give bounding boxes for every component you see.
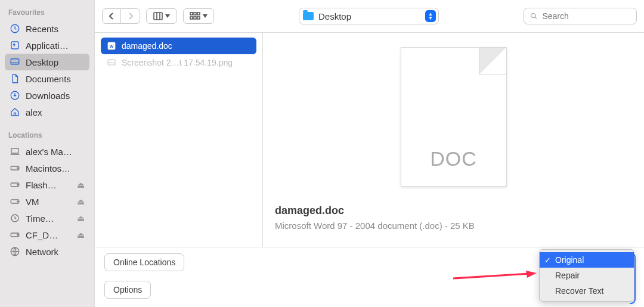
forward-button[interactable]: [121, 8, 140, 24]
sidebar-item-home[interactable]: alex: [5, 104, 89, 120]
path-selector[interactable]: Desktop ▲▼: [299, 8, 439, 24]
svg-point-10: [17, 201, 18, 202]
svg-rect-26: [108, 60, 115, 65]
sidebar-item-label: Network: [26, 247, 58, 257]
svg-rect-20: [194, 17, 196, 19]
chevron-down-icon: [203, 14, 208, 18]
file-row[interactable]: Screenshot 2…t 17.54.19.png: [101, 54, 256, 71]
sidebar-item-recents[interactable]: Recents: [5, 20, 89, 37]
sidebar-item-label: Macintos…: [26, 163, 70, 173]
file-extension-label: DOC: [401, 147, 506, 170]
disk-icon: [10, 163, 20, 173]
image-file-icon: [107, 58, 116, 67]
sidebar-item-label: Time…: [26, 213, 54, 224]
svg-rect-2: [11, 59, 19, 64]
sidebar-item-label: Downloads: [26, 91, 70, 101]
online-locations-button[interactable]: Online Locations: [104, 253, 184, 271]
menu-item-label: Repair: [555, 271, 580, 280]
downloads-icon: [10, 90, 20, 101]
home-icon: [10, 107, 20, 117]
sidebar-item-label: alex: [26, 107, 42, 117]
disk-icon: [10, 179, 20, 190]
open-mode-menu[interactable]: Original Repair Recover Text: [539, 249, 634, 302]
sidebar-item-label: CF_D…: [26, 230, 58, 240]
sidebar-item-downloads[interactable]: Downloads: [5, 87, 89, 104]
sidebar-item-computer[interactable]: alex's Ma…: [5, 143, 89, 160]
eject-icon[interactable]: ⏏: [77, 180, 85, 190]
svg-point-13: [17, 234, 18, 235]
document-preview-icon: DOC: [401, 47, 507, 187]
sidebar-item-applications[interactable]: Applicati…: [5, 37, 89, 54]
main-pane: Desktop ▲▼ W damaged.doc Screenshot 2…t …: [94, 0, 644, 307]
search-field[interactable]: [524, 8, 637, 24]
sidebar-item-label: Recents: [26, 24, 58, 34]
preview-pane: DOC damaged.doc Microsoft Word 97 - 2004…: [263, 33, 644, 247]
file-name: Screenshot 2…t 17.54.19.png: [122, 58, 233, 67]
file-metadata: damaged.doc Microsoft Word 97 - 2004 doc…: [275, 204, 644, 231]
svg-point-22: [531, 13, 535, 17]
toolbar: Desktop ▲▼: [95, 0, 644, 33]
time-machine-icon: [10, 213, 20, 224]
sidebar-item-cfd[interactable]: CF_D… ⏏: [5, 227, 89, 243]
sidebar-item-macintosh-hd[interactable]: Macintos…: [5, 160, 89, 176]
eject-icon[interactable]: ⏏: [77, 197, 85, 206]
menu-item-original[interactable]: Original: [540, 252, 634, 268]
preview-subtitle: Microsoft Word 97 - 2004 document (.doc)…: [275, 221, 644, 231]
sidebar-item-documents[interactable]: Documents: [5, 70, 89, 87]
svg-point-6: [17, 168, 18, 169]
path-label: Desktop: [318, 11, 351, 21]
sidebar-header-favourites: Favourites: [5, 6, 89, 20]
view-mode-button[interactable]: [146, 8, 177, 24]
sidebar-item-flash[interactable]: Flash… ⏏: [5, 176, 89, 193]
back-button[interactable]: [102, 8, 121, 24]
path-updown-icon: ▲▼: [425, 10, 436, 22]
sidebar-item-vm[interactable]: VM ⏏: [5, 193, 89, 210]
svg-text:W: W: [110, 44, 114, 49]
disk-icon: [10, 230, 20, 240]
clock-icon: [10, 23, 20, 34]
word-doc-icon: W: [107, 41, 116, 51]
sidebar-item-label: Flash…: [26, 180, 57, 190]
svg-rect-21: [197, 17, 200, 19]
desktop-icon: [10, 57, 20, 67]
sidebar-item-label: Desktop: [26, 57, 58, 67]
sidebar-item-timemachine[interactable]: Time… ⏏: [5, 210, 89, 227]
disk-icon: [10, 196, 20, 207]
sidebar-item-label: VM: [26, 197, 39, 207]
menu-item-recover-text[interactable]: Recover Text: [540, 283, 634, 299]
svg-rect-15: [154, 13, 162, 20]
sidebar-header-locations: Locations: [5, 129, 89, 143]
svg-rect-18: [197, 13, 200, 15]
file-list-column: W damaged.doc Screenshot 2…t 17.54.19.pn…: [95, 33, 263, 247]
svg-rect-17: [194, 13, 196, 15]
nav-buttons: [102, 8, 140, 24]
sidebar-item-network[interactable]: Network: [5, 243, 89, 260]
chevron-down-icon: [165, 14, 170, 18]
eject-icon[interactable]: ⏏: [77, 213, 85, 223]
eject-icon[interactable]: ⏏: [77, 230, 85, 240]
columns-icon: [153, 12, 163, 20]
preview-filename: damaged.doc: [275, 204, 644, 217]
svg-rect-4: [11, 148, 18, 153]
search-input[interactable]: [541, 11, 630, 21]
body: W damaged.doc Screenshot 2…t 17.54.19.pn…: [95, 33, 644, 247]
menu-item-label: Original: [555, 255, 584, 265]
sidebar: Favourites Recents Applicati… Desktop Do…: [0, 0, 94, 307]
document-icon: [10, 73, 20, 84]
file-row[interactable]: W damaged.doc: [101, 38, 256, 54]
options-button[interactable]: Options: [104, 281, 151, 299]
group-button[interactable]: [183, 8, 214, 24]
finder-open-dialog: Favourites Recents Applicati… Desktop Do…: [0, 0, 644, 307]
menu-item-label: Recover Text: [555, 286, 603, 296]
svg-rect-16: [190, 13, 193, 15]
menu-item-repair[interactable]: Repair: [540, 268, 634, 283]
svg-point-8: [17, 184, 18, 185]
page-fold-icon: [479, 48, 506, 75]
sidebar-item-desktop[interactable]: Desktop: [5, 54, 89, 70]
sidebar-item-label: alex's Ma…: [26, 147, 72, 157]
sidebar-item-label: Applicati…: [26, 41, 69, 51]
network-icon: [10, 246, 20, 257]
svg-rect-19: [190, 17, 193, 19]
grid-icon: [190, 12, 200, 20]
applications-icon: [10, 40, 20, 51]
